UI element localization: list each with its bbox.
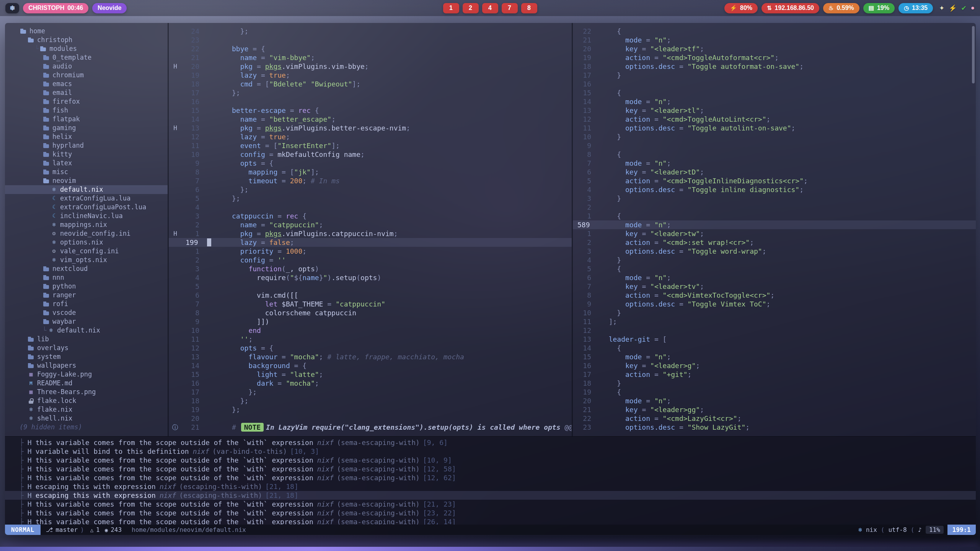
code-line[interactable]: H1 pkg = pkgs.vimPlugins.catppuccin-nvim…: [169, 229, 572, 238]
tree-item[interactable]: wallpapers: [5, 361, 168, 370]
code-line[interactable]: 23: [169, 36, 572, 44]
code-line[interactable]: 12 lazy = true;: [169, 132, 572, 141]
code-line[interactable]: 3 }: [573, 194, 976, 203]
tree-item[interactable]: ▦Foggy-Lake.png: [5, 370, 168, 379]
code-line[interactable]: 8 action = "<cmd>VimtexTocToggle<cr>";: [573, 291, 976, 300]
code-line[interactable]: 18 }: [573, 379, 976, 388]
tree-item[interactable]: audio: [5, 62, 168, 71]
code-line[interactable]: 6 vim.cmd([[: [169, 291, 572, 300]
code-line[interactable]: H20 pkg = pkgs.vimPlugins.vim-bbye;: [169, 62, 572, 71]
tree-item[interactable]: nnn: [5, 273, 168, 282]
notification-icon[interactable]: ●: [971, 4, 975, 12]
tree-item[interactable]: firefox: [5, 97, 168, 106]
code-line[interactable]: 15 mode = "n";: [573, 352, 976, 361]
code-line[interactable]: 6 mode = "n";: [573, 273, 976, 282]
code-line[interactable]: 20 mode = "n";: [573, 396, 976, 405]
tree-item[interactable]: ❄flake.nix: [5, 405, 168, 414]
code-line[interactable]: 4 options.desc = "Toggle inline diagnost…: [573, 185, 976, 194]
tree-item[interactable]: nextcloud: [5, 264, 168, 273]
code-line[interactable]: 7 let $BAT_THEME = "catppuccin": [169, 300, 572, 308]
code-line[interactable]: 199 lazy = false;: [169, 238, 572, 247]
code-line[interactable]: 18 options.desc = "Toggle autoformat-on-…: [573, 62, 976, 71]
code-line[interactable]: 15 better-escape = rec {: [169, 106, 572, 115]
diagnostic-item[interactable]: ├Hthis variable comes from the scope out…: [5, 509, 976, 517]
diagnostic-item[interactable]: ├Hthis variable comes from the scope out…: [5, 465, 976, 473]
code-line[interactable]: 8 colorscheme catppuccin: [169, 308, 572, 317]
code-line[interactable]: 12 action = "<cmd>ToggleAutoLint<cr>";: [573, 115, 976, 124]
tree-item[interactable]: ❄mappings.nix: [5, 220, 168, 229]
workspace-button[interactable]: 1: [443, 3, 459, 13]
code-line[interactable]: 17 };: [169, 88, 572, 97]
code-line[interactable]: 5 };: [169, 194, 572, 203]
code-line[interactable]: 9 opts = {: [169, 159, 572, 168]
code-line[interactable]: 16 dark = "mocha";: [169, 379, 572, 388]
code-line[interactable]: 4: [169, 203, 572, 212]
code-line[interactable]: 3 function(_, opts): [169, 264, 572, 273]
code-line[interactable]: 16: [169, 97, 572, 106]
tree-item[interactable]: └❄default.nix: [5, 326, 168, 335]
tree-item[interactable]: python: [5, 282, 168, 291]
code-line[interactable]: 21 key = "<leader>gg";: [573, 405, 976, 414]
code-line[interactable]: 15 {: [573, 88, 976, 97]
code-line[interactable]: 4 }: [573, 256, 976, 264]
tree-item[interactable]: flatpak: [5, 115, 168, 124]
updates-ok-icon[interactable]: ✔: [961, 4, 966, 12]
code-line[interactable]: 5: [169, 282, 572, 291]
workspace-button[interactable]: 4: [482, 3, 498, 13]
code-line[interactable]: 13 flavour = "mocha"; # latte, frappe, m…: [169, 352, 572, 361]
code-line[interactable]: 9 ]]): [169, 317, 572, 326]
code-line[interactable]: H13 pkg = pkgs.vimPlugins.better-escape-…: [169, 124, 572, 132]
tree-item[interactable]: emacs: [5, 80, 168, 88]
diagnostic-item[interactable]: ├Hthis variable comes from the scope out…: [5, 473, 976, 482]
code-line[interactable]: 10 }: [573, 132, 976, 141]
tree-item[interactable]: neovim: [5, 176, 168, 185]
code-line[interactable]: 8 {: [573, 150, 976, 159]
tree-item[interactable]: vscode: [5, 308, 168, 317]
tree-item[interactable]: ❄default.nix: [5, 185, 168, 194]
clock-pill[interactable]: ◷13:35: [898, 3, 933, 13]
tree-item[interactable]: ranger: [5, 291, 168, 300]
tree-item[interactable]: 0_template: [5, 53, 168, 62]
code-line[interactable]: 9: [573, 141, 976, 150]
code-line[interactable]: 5 action = "<cmd>ToggleInlineDiagnostics…: [573, 176, 976, 185]
git-branch[interactable]: ⎇ master ): [46, 526, 84, 533]
code-line[interactable]: 13 key = "<leader>tl";: [573, 106, 976, 115]
tree-item[interactable]: MREADME.md: [5, 379, 168, 388]
code-line[interactable]: 7 mode = "n";: [573, 159, 976, 168]
code-line[interactable]: 6 key = "<leader>tD";: [573, 168, 976, 176]
tree-item[interactable]: ☾extraConfigLua.lua: [5, 194, 168, 203]
workspace-button[interactable]: 8: [521, 3, 537, 13]
code-line[interactable]: 589 mode = "n";: [573, 220, 976, 229]
code-line[interactable]: 20: [169, 414, 572, 423]
code-line[interactable]: 11 options.desc = "Toggle autolint-on-sa…: [573, 124, 976, 132]
code-line[interactable]: 23 options.desc = "Show LazyGit";: [573, 423, 976, 432]
code-line[interactable]: 24 };: [169, 27, 572, 36]
code-line[interactable]: 21 name = "vim-bbye";: [169, 53, 572, 62]
tree-item[interactable]: ▦Three-Bears.png: [5, 388, 168, 396]
code-line[interactable]: 11 ];: [573, 317, 976, 326]
tree-item[interactable]: ❄vim_opts.nix: [5, 256, 168, 264]
tree-item[interactable]: ☾inclineNavic.lua: [5, 212, 168, 220]
code-line[interactable]: 20 key = "<leader>tf";: [573, 44, 976, 53]
code-line[interactable]: ⓘ21 # NOTEIn LazyVim require("clang_exte…: [169, 423, 572, 432]
network-pill[interactable]: ⇅192.168.86.50: [761, 3, 819, 13]
launcher-button[interactable]: ❄: [5, 3, 19, 13]
code-line[interactable]: 2 config = '': [169, 256, 572, 264]
cpu-pill[interactable]: ♨0.59%: [823, 3, 859, 13]
tree-item[interactable]: ❄shell.nix: [5, 414, 168, 423]
code-line[interactable]: 14 name = "better_escape";: [169, 115, 572, 124]
code-line[interactable]: 22 bbye = {: [169, 44, 572, 53]
tree-item[interactable]: hyprland: [5, 141, 168, 150]
code-line[interactable]: 22 {: [573, 27, 976, 36]
diagnostic-item[interactable]: ├Hthis variable comes from the scope out…: [5, 438, 976, 447]
code-line[interactable]: 2 action = "<cmd>:set wrap!<cr>";: [573, 238, 976, 247]
code-line[interactable]: 19 action = "<cmd>ToggleAutoformat<cr>";: [573, 53, 976, 62]
power-profile-icon[interactable]: ⚡: [949, 4, 957, 12]
tree-item[interactable]: latex: [5, 159, 168, 168]
code-line[interactable]: 12: [573, 326, 976, 335]
workspace-button[interactable]: 2: [463, 3, 479, 13]
code-line[interactable]: 1 priority = 1000;: [169, 247, 572, 256]
scrollbar[interactable]: [972, 26, 975, 83]
code-line[interactable]: 22 action = "<cmd>LazyGit<cr>";: [573, 414, 976, 423]
code-line[interactable]: 18 };: [169, 396, 572, 405]
